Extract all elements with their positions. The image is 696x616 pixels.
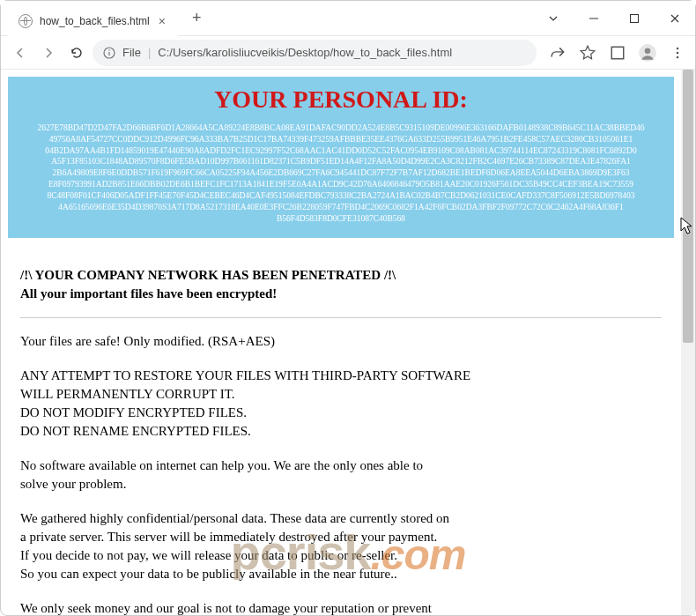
close-button[interactable] xyxy=(655,4,695,33)
vertical-scrollbar[interactable] xyxy=(681,70,695,615)
back-button[interactable] xyxy=(8,41,33,65)
browser-tab[interactable]: how_to_back_files.html × xyxy=(8,6,178,36)
address-bar[interactable]: File | C:/Users/karolisliucveikis/Deskto… xyxy=(93,40,537,66)
content-area: YOUR PERSONAL ID: 2627E78BD47D2D47FA2D66… xyxy=(1,70,695,615)
toolbar: File | C:/Users/karolisliucveikis/Deskto… xyxy=(1,36,695,70)
p-data3: If you decide to not pay, we will releas… xyxy=(20,548,662,563)
p-safe: Your files are safe! Only modified. (RSA… xyxy=(20,334,662,349)
hex-line: 2B6A49809E8F6E0DDB571F619F969FC66CA05225… xyxy=(17,167,665,179)
browser-window: how_to_back_files.html × + File | C:/Use… xyxy=(0,0,696,616)
hex-line: E8F69793991AD2B851E66DBB02DE6B1BEFC1FC17… xyxy=(17,179,665,190)
bookmark-star-icon[interactable] xyxy=(577,42,598,63)
profile-icon[interactable] xyxy=(637,42,658,63)
banner-title: YOUR PERSONAL ID: xyxy=(13,85,669,114)
headline-2: All your important files have been encry… xyxy=(20,286,662,301)
divider xyxy=(20,317,662,318)
globe-icon xyxy=(19,14,33,28)
p-nosoft2: solve your problem. xyxy=(20,477,662,492)
scrollbar-thumb[interactable] xyxy=(683,70,693,343)
p-warn1: ANY ATTEMPT TO RESTORE YOUR FILES WITH T… xyxy=(20,368,662,383)
titlebar: how_to_back_files.html × + xyxy=(1,1,695,36)
svg-point-10 xyxy=(677,56,679,58)
p-data1: We gathered highly confidential/personal… xyxy=(20,511,662,526)
p-warn3: DO NOT MODIFY ENCRYPTED FILES. xyxy=(20,405,662,420)
info-icon xyxy=(103,47,115,59)
svg-point-4 xyxy=(108,49,110,51)
mouse-cursor xyxy=(680,217,694,240)
svg-point-8 xyxy=(677,47,679,49)
hex-line: 2627E78BD47D2D47FA2D66B6BF6D1A28664A5CA8… xyxy=(17,122,665,134)
hex-line: 8C48F08F01CF406D05ADF1FF45E70F45D4CEBEC4… xyxy=(17,190,665,202)
headline-1: /!\ YOUR COMPANY NETWORK HAS BEEN PENETR… xyxy=(20,268,662,283)
svg-rect-5 xyxy=(611,47,624,59)
p-nosoft1: No software available on internet can he… xyxy=(20,458,662,473)
hex-line: B56F4D583F8D0CFE31087C40B568 xyxy=(17,213,665,225)
tab-title: how_to_back_files.html xyxy=(40,15,150,27)
reload-button[interactable] xyxy=(64,41,89,65)
p-warn2: WILL PERMANENTLY CORRUPT IT. xyxy=(20,387,662,402)
forward-button[interactable] xyxy=(36,41,61,65)
personal-id-banner: YOUR PERSONAL ID: 2627E78BD47D2D47FA2D66… xyxy=(8,77,674,238)
maximize-button[interactable] xyxy=(614,4,655,33)
p-data2: a private server. This server will be im… xyxy=(20,530,662,545)
window-controls xyxy=(533,4,695,33)
menu-icon[interactable] xyxy=(667,42,688,63)
p-data4: So you can expect your data to be public… xyxy=(20,567,662,582)
svg-point-7 xyxy=(645,48,651,54)
p-warn4: DO NOT RENAME ENCRYPTED FILES. xyxy=(20,424,662,439)
toolbar-icons xyxy=(547,42,688,63)
hex-line: A5F13F85103C1848AD89570F8D6FE5BAD10D997B… xyxy=(17,156,665,167)
hex-line: 49756A8AF54727CC0DDC912D4996FC96A333BA7B… xyxy=(17,134,665,145)
chevron-down-icon[interactable] xyxy=(533,4,574,33)
new-tab-button[interactable]: + xyxy=(185,5,209,31)
addr-scheme: File xyxy=(122,46,141,59)
page-content: YOUR PERSONAL ID: 2627E78BD47D2D47FA2D66… xyxy=(1,70,681,615)
svg-rect-1 xyxy=(631,14,639,22)
close-tab-icon[interactable]: × xyxy=(157,12,167,30)
hex-line: 04B2DA97AA4B1FD14859019E47440E90A8ADFD2F… xyxy=(17,145,665,157)
addr-separator: | xyxy=(148,46,151,59)
extensions-icon[interactable] xyxy=(607,42,628,63)
hex-line: 4A65165696E6E35D4D39870S3A717D8A5217318E… xyxy=(17,202,665,213)
svg-point-9 xyxy=(677,51,679,54)
ransom-note: /!\ YOUR COMPANY NETWORK HAS BEEN PENETR… xyxy=(8,238,674,615)
p-goal1: We only seek money and our goal is not t… xyxy=(20,601,662,615)
hex-block: 2627E78BD47D2D47FA2D66B6BF6D1A28664A5CA8… xyxy=(13,122,669,224)
share-icon[interactable] xyxy=(547,42,568,63)
minimize-button[interactable] xyxy=(574,4,614,33)
addr-path: C:/Users/karolisliucveikis/Desktop/how_t… xyxy=(158,46,452,59)
